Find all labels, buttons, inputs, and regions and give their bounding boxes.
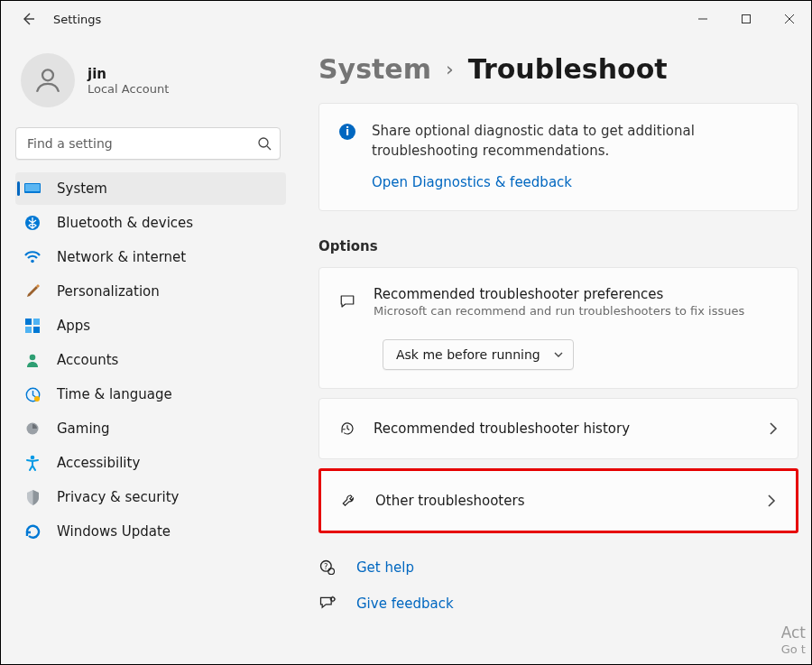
sidebar-item-gaming[interactable]: Gaming	[15, 412, 286, 445]
close-button[interactable]	[768, 3, 811, 35]
breadcrumb-parent[interactable]: System	[318, 53, 431, 85]
svg-point-6	[31, 260, 34, 263]
get-help-link[interactable]: ? Get help	[318, 559, 798, 577]
svg-rect-10	[33, 327, 40, 333]
svg-rect-8	[33, 319, 40, 325]
recommended-title: Recommended troubleshooter preferences	[374, 286, 778, 302]
main: System › Troubleshoot i Share optional d…	[291, 37, 811, 613]
paintbrush-icon	[24, 283, 41, 300]
diagnostics-text: Share optional diagnostic data to get ad…	[372, 122, 778, 162]
svg-point-18	[328, 568, 335, 574]
person-icon	[24, 352, 41, 368]
apps-icon	[24, 318, 41, 334]
info-icon: i	[339, 124, 355, 140]
svg-rect-0	[743, 15, 751, 23]
user-name: jin	[88, 66, 169, 82]
sidebar-item-label: Apps	[57, 318, 90, 334]
sidebar-item-privacy[interactable]: Privacy & security	[15, 481, 286, 513]
sidebar-item-bluetooth[interactable]: Bluetooth & devices	[15, 207, 286, 239]
get-help-label: Get help	[356, 559, 414, 576]
svg-point-13	[34, 396, 40, 402]
sidebar-item-label: Time & language	[57, 386, 172, 402]
sidebar-item-label: Privacy & security	[57, 489, 179, 505]
sidebar-item-label: Network & internet	[57, 249, 186, 265]
titlebar: Settings	[1, 1, 811, 37]
clock-icon	[24, 386, 41, 402]
bluetooth-icon	[24, 215, 41, 231]
svg-point-1	[42, 69, 53, 80]
sidebar-item-label: Windows Update	[57, 523, 171, 540]
shield-icon	[24, 489, 41, 505]
user-subtitle: Local Account	[88, 82, 169, 96]
diagnostics-card: i Share optional diagnostic data to get …	[318, 103, 798, 211]
page-title: Troubleshoot	[468, 53, 668, 85]
system-icon	[24, 180, 41, 197]
history-icon	[339, 420, 355, 437]
accessibility-icon	[24, 455, 41, 471]
feedback-icon	[318, 595, 337, 613]
open-diagnostics-link[interactable]: Open Diagnostics & feedback	[372, 174, 778, 190]
svg-text:?: ?	[324, 561, 328, 570]
chat-icon	[339, 293, 355, 309]
options-section-title: Options	[318, 238, 798, 254]
sidebar-item-network[interactable]: Network & internet	[15, 241, 286, 273]
sidebar-item-personalization[interactable]: Personalization	[15, 275, 286, 308]
sidebar-item-label: Gaming	[57, 420, 110, 437]
svg-point-2	[259, 138, 268, 147]
sidebar-item-windows-update[interactable]: Windows Update	[15, 515, 286, 548]
sidebar-item-label: Accessibility	[57, 455, 140, 471]
other-title: Other troubleshooters	[375, 493, 747, 509]
search-icon	[257, 136, 272, 151]
recommended-preferences-card: Recommended troubleshooter preferences M…	[318, 267, 798, 389]
wifi-icon	[24, 249, 41, 265]
recommended-dropdown[interactable]: Ask me before running	[383, 339, 574, 370]
wrench-icon	[341, 493, 357, 509]
sidebar-item-label: Bluetooth & devices	[57, 215, 193, 231]
help-icon: ?	[318, 559, 337, 577]
sidebar-item-label: Accounts	[57, 352, 118, 368]
chevron-right-icon	[767, 421, 778, 436]
search-container	[15, 127, 281, 160]
chevron-right-icon	[765, 494, 776, 508]
dropdown-value: Ask me before running	[396, 347, 540, 362]
nav: System Bluetooth & devices Network & int…	[15, 172, 286, 548]
give-feedback-label: Give feedback	[356, 596, 454, 612]
recommended-subtitle: Microsoft can recommend and run troubles…	[374, 304, 778, 318]
svg-point-15	[31, 456, 35, 460]
give-feedback-link[interactable]: Give feedback	[318, 595, 798, 613]
sidebar-item-label: System	[57, 180, 107, 197]
chevron-right-icon: ›	[446, 58, 454, 80]
minimize-button[interactable]	[681, 3, 724, 35]
sidebar-item-apps[interactable]: Apps	[15, 309, 286, 342]
other-troubleshooters-card[interactable]: Other troubleshooters	[318, 468, 798, 533]
search-input[interactable]	[15, 127, 281, 160]
chevron-down-icon	[553, 349, 564, 360]
sidebar-item-label: Personalization	[57, 283, 160, 300]
sidebar-item-system[interactable]: System	[15, 172, 286, 205]
history-card[interactable]: Recommended troubleshooter history	[318, 398, 798, 459]
history-title: Recommended troubleshooter history	[374, 420, 749, 437]
svg-rect-7	[25, 319, 32, 325]
svg-rect-9	[25, 327, 32, 333]
sidebar: jin Local Account System	[12, 37, 291, 613]
svg-point-11	[30, 355, 36, 361]
maximize-button[interactable]	[724, 3, 768, 35]
sidebar-item-accessibility[interactable]: Accessibility	[15, 447, 286, 479]
avatar	[21, 53, 75, 107]
user-card[interactable]: jin Local Account	[15, 41, 286, 127]
app-title: Settings	[53, 13, 101, 26]
sidebar-item-accounts[interactable]: Accounts	[15, 344, 286, 376]
breadcrumb: System › Troubleshoot	[318, 53, 798, 85]
activation-watermark: Act Go t	[781, 623, 806, 658]
update-icon	[24, 523, 41, 540]
footer-links: ? Get help Give feedback	[318, 559, 798, 613]
gaming-icon	[24, 420, 41, 437]
svg-rect-4	[25, 184, 40, 191]
back-button[interactable]	[12, 3, 44, 35]
sidebar-item-time-language[interactable]: Time & language	[15, 378, 286, 411]
